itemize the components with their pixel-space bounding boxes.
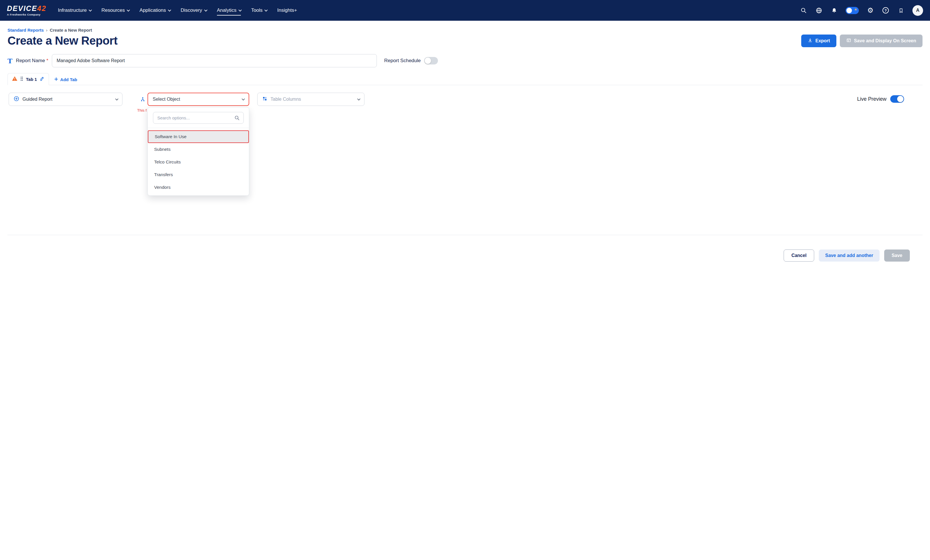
- title-row: Create a New Report Export Save and Disp…: [8, 34, 922, 47]
- chevron-down-icon: [357, 97, 360, 100]
- nav-label: Analytics: [217, 8, 237, 13]
- header-actions: Export Save and Display On Screen: [801, 35, 922, 47]
- nav-discovery[interactable]: Discovery: [181, 5, 206, 15]
- table-columns-select[interactable]: Table Columns: [257, 93, 365, 106]
- breadcrumb: Standard Reports › Create a New Report: [8, 28, 922, 32]
- chevron-down-icon: [242, 97, 245, 100]
- device42-logo[interactable]: DEVICE42 A Freshworks Company: [7, 5, 46, 16]
- settings-gear-icon[interactable]: ⚙: [867, 7, 874, 14]
- select-object-dropdown[interactable]: Select Object: [148, 93, 249, 106]
- report-name-input[interactable]: [52, 54, 377, 68]
- globe-icon[interactable]: [815, 7, 822, 14]
- footer-actions: Cancel Save and add another Save: [0, 250, 910, 262]
- export-button[interactable]: Export: [801, 35, 836, 47]
- tab-1[interactable]: Tab 1: [8, 73, 49, 85]
- nav-label: Applications: [139, 8, 166, 13]
- options-list: Software In Use Subnets Telco Circuits T…: [148, 128, 249, 195]
- nav-label: Tools: [251, 8, 263, 13]
- breadcrumb-separator: ›: [46, 28, 48, 32]
- option-subnets[interactable]: Subnets: [148, 143, 249, 156]
- chevron-down-icon: [168, 8, 171, 12]
- nav-applications[interactable]: Applications: [139, 5, 170, 15]
- navbar-right-icons: ☀ ⚙ ? A: [800, 5, 923, 16]
- tab-1-label: Tab 1: [26, 77, 37, 82]
- nav-label: Infrastructure: [58, 8, 87, 13]
- chevron-down-icon: [265, 8, 268, 12]
- download-icon: [808, 38, 813, 44]
- report-builder-row: Guided Report Select Object This f: [8, 93, 922, 106]
- save-and-display-button[interactable]: Save and Display On Screen: [840, 35, 922, 47]
- help-icon[interactable]: ?: [882, 7, 889, 14]
- nav-label: Resources: [102, 8, 125, 13]
- nav-analytics[interactable]: Analytics: [217, 5, 241, 15]
- nav-label: Insights+: [277, 8, 297, 13]
- report-schedule-label: Report Schedule: [384, 58, 421, 64]
- live-preview-label: Live Preview: [857, 96, 887, 102]
- logo-main: DEVICE: [7, 4, 37, 12]
- edit-pencil-icon[interactable]: [40, 76, 45, 82]
- option-telco-circuits[interactable]: Telco Circuits: [148, 156, 249, 168]
- cancel-button[interactable]: Cancel: [784, 250, 814, 262]
- object-dropdown-panel: Software In Use Subnets Telco Circuits T…: [148, 107, 249, 196]
- top-navbar: DEVICE42 A Freshworks Company Infrastruc…: [0, 0, 930, 21]
- plus-icon: [54, 77, 58, 82]
- object-select-group: Select Object This f Software In Use Sub…: [140, 93, 249, 106]
- nav-resources[interactable]: Resources: [102, 5, 129, 15]
- nav-infrastructure[interactable]: Infrastructure: [58, 5, 91, 15]
- logo-accent: 42: [37, 4, 46, 12]
- table-columns-icon: [262, 96, 267, 103]
- option-vendors[interactable]: Vendors: [148, 181, 249, 194]
- chevron-down-icon: [127, 8, 130, 12]
- drag-handle-icon[interactable]: [20, 76, 23, 82]
- logo-tagline: A Freshworks Company: [7, 13, 46, 16]
- table-columns-placeholder: Table Columns: [271, 97, 301, 102]
- chevron-down-icon: [89, 8, 92, 12]
- chevron-down-icon: [204, 8, 207, 12]
- chevron-down-icon: [115, 97, 119, 100]
- report-type-value: Guided Report: [23, 97, 52, 102]
- main-nav: Infrastructure Resources Applications Di…: [58, 5, 297, 15]
- option-software-in-use[interactable]: Software In Use: [148, 130, 249, 143]
- report-type-select[interactable]: Guided Report: [9, 93, 122, 106]
- object-error-text: This f: [137, 108, 147, 112]
- add-tab-label: Add Tab: [60, 77, 77, 82]
- notifications-bell-icon[interactable]: [830, 7, 838, 14]
- chevron-down-icon: [238, 8, 242, 12]
- toggle-knob: [425, 58, 431, 64]
- live-preview-group: Live Preview: [857, 93, 904, 103]
- tab-bar: Tab 1 Add Tab: [8, 73, 922, 85]
- nav-label: Discovery: [181, 8, 202, 13]
- report-name-label: Report Name *: [16, 58, 48, 64]
- warning-icon: [12, 76, 18, 82]
- add-tab-button[interactable]: Add Tab: [54, 77, 77, 82]
- user-avatar[interactable]: A: [912, 5, 923, 16]
- export-label: Export: [815, 38, 830, 43]
- table-icon: [846, 38, 851, 44]
- live-preview-toggle[interactable]: [890, 95, 904, 103]
- theme-toggle[interactable]: ☀: [845, 7, 859, 14]
- search-icon: [234, 115, 240, 122]
- breadcrumb-current: Create a New Report: [50, 28, 92, 32]
- logo-text: DEVICE42: [7, 5, 46, 12]
- page-title: Create a New Report: [8, 34, 117, 47]
- options-search-input[interactable]: [153, 112, 244, 124]
- option-transfers[interactable]: Transfers: [148, 168, 249, 181]
- content-spacer: [0, 106, 930, 235]
- guided-report-icon: [14, 96, 19, 103]
- bookmark-icon[interactable]: [897, 7, 905, 14]
- report-name-label-text: Report Name: [16, 58, 45, 63]
- save-and-add-another-button[interactable]: Save and add another: [819, 250, 879, 262]
- report-schedule-toggle[interactable]: [424, 57, 438, 64]
- nav-insights-plus[interactable]: Insights+: [277, 5, 297, 15]
- required-asterisk: *: [46, 58, 48, 63]
- save-and-display-label: Save and Display On Screen: [854, 38, 916, 43]
- nav-tools[interactable]: Tools: [251, 5, 267, 15]
- sun-icon: ☀: [854, 8, 858, 12]
- toggle-knob: [897, 96, 904, 102]
- object-hierarchy-icon: [140, 97, 146, 102]
- report-name-row: T Report Name * Report Schedule: [8, 54, 922, 68]
- text-type-icon: T: [8, 58, 12, 64]
- breadcrumb-standard-reports[interactable]: Standard Reports: [8, 28, 44, 32]
- save-button[interactable]: Save: [884, 250, 910, 262]
- search-icon[interactable]: [800, 7, 807, 14]
